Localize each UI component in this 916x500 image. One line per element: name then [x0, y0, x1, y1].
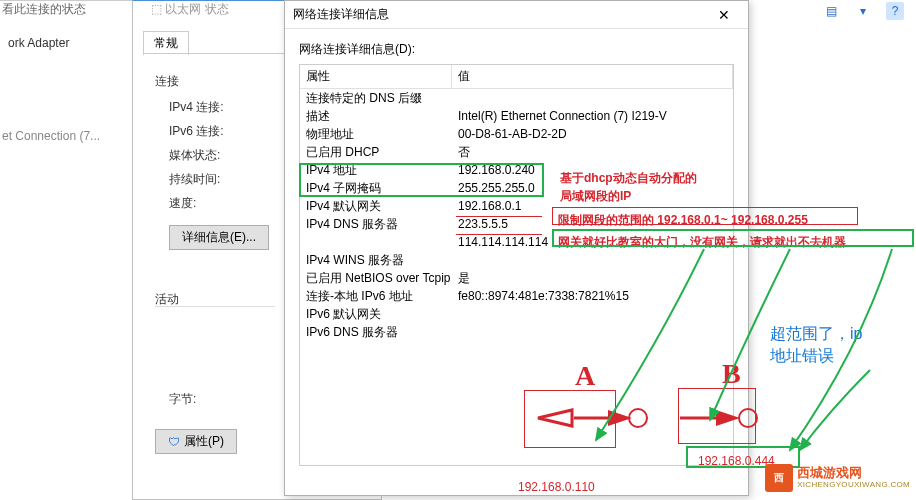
cell-value: 114.114.114.114 [454, 235, 733, 249]
cell-value: 255.255.255.0 [454, 181, 733, 195]
table-row[interactable]: IPv4 WINS 服务器 [300, 251, 733, 269]
connection-label: et Connection (7... [2, 129, 100, 143]
table-row[interactable]: 已启用 NetBIOS over Tcpip是 [300, 269, 733, 287]
table-row[interactable]: IPv4 子网掩码255.255.255.0 [300, 179, 733, 197]
table-row[interactable]: IPv6 默认网关 [300, 305, 733, 323]
annotation-letter-b: B [722, 358, 741, 390]
status-link[interactable]: 看此连接的状态 [2, 1, 86, 18]
cell-value: 223.5.5.5 [454, 217, 733, 231]
cell-property: 连接-本地 IPv6 地址 [300, 288, 454, 305]
watermark: 西 西城游戏网 XICHENGYOUXIWANG.COM [765, 464, 910, 492]
adapter-label: ork Adapter [8, 36, 69, 50]
label-media: 媒体状态: [169, 147, 220, 164]
tab-general[interactable]: 常规 [143, 31, 189, 55]
nav-icon[interactable]: ▾ [854, 2, 872, 20]
cell-property: IPv4 默认网关 [300, 198, 454, 215]
shield-icon: 🛡 [168, 435, 180, 449]
watermark-cn: 西城游戏网 [797, 466, 910, 480]
section-connection: 连接 [155, 73, 179, 90]
table-row[interactable]: 描述Intel(R) Ethernet Connection (7) I219-… [300, 107, 733, 125]
cell-property: IPv4 WINS 服务器 [300, 252, 454, 269]
table-row[interactable]: IPv4 DNS 服务器223.5.5.5 [300, 215, 733, 233]
cell-value: 00-D8-61-AB-D2-2D [454, 127, 733, 141]
cell-property: 已启用 NetBIOS over Tcpip [300, 270, 454, 287]
table-row[interactable]: 连接特定的 DNS 后缀 [300, 89, 733, 107]
table-row[interactable]: IPv4 默认网关192.168.0.1 [300, 197, 733, 215]
label-speed: 速度: [169, 195, 196, 212]
cell-value: fe80::8974:481e:7338:7821%15 [454, 289, 733, 303]
cell-value: Intel(R) Ethernet Connection (7) I219-V [454, 109, 733, 123]
cell-value: 192.168.0.240 [454, 163, 733, 177]
cell-property: IPv6 默认网关 [300, 306, 454, 323]
cell-value: 是 [454, 270, 733, 287]
label-ipv6-conn: IPv6 连接: [169, 123, 224, 140]
window-title-faded: ⬚ 以太网 状态 [151, 1, 229, 18]
dialog-title: 网络连接详细信息 [293, 6, 708, 23]
toolbar-right: ▤ ▾ ? [822, 2, 904, 20]
details-label: 网络连接详细信息(D): [299, 41, 734, 58]
watermark-en: XICHENGYOUXIWANG.COM [797, 481, 910, 490]
annotation-letter-a: A [575, 360, 595, 392]
properties-button[interactable]: 🛡 属性(P) [155, 429, 237, 454]
annotation-outrange-2: 地址错误 [770, 346, 834, 367]
table-row[interactable]: 物理地址00-D8-61-AB-D2-2D [300, 125, 733, 143]
outrange-box [762, 318, 898, 368]
cell-property: IPv4 地址 [300, 162, 454, 179]
cell-property: 物理地址 [300, 126, 454, 143]
details-table: 属性 值 连接特定的 DNS 后缀描述Intel(R) Ethernet Con… [299, 64, 734, 466]
col-value[interactable]: 值 [452, 65, 733, 88]
label-bytes: 字节: [169, 391, 196, 408]
cell-property: IPv6 DNS 服务器 [300, 324, 454, 341]
cell-value: 否 [454, 144, 733, 161]
close-icon[interactable]: ✕ [708, 7, 740, 23]
label-duration: 持续时间: [169, 171, 220, 188]
details-button[interactable]: 详细信息(E)... [169, 225, 269, 250]
cell-property: 连接特定的 DNS 后缀 [300, 90, 454, 107]
annotation-outrange-1: 超范围了，ip [770, 324, 862, 345]
cell-property: 描述 [300, 108, 454, 125]
cell-value: 192.168.0.1 [454, 199, 733, 213]
dialog-titlebar: 网络连接详细信息 ✕ [285, 1, 748, 29]
table-row[interactable]: IPv4 地址192.168.0.240 [300, 161, 733, 179]
view-icon[interactable]: ▤ [822, 2, 840, 20]
col-property[interactable]: 属性 [300, 65, 452, 88]
table-row[interactable]: 114.114.114.114 [300, 233, 733, 251]
help-icon[interactable]: ? [886, 2, 904, 20]
table-row[interactable]: IPv6 DNS 服务器 [300, 323, 733, 341]
table-row[interactable]: 已启用 DHCP否 [300, 143, 733, 161]
label-ipv4-conn: IPv4 连接: [169, 99, 224, 116]
network-details-dialog: 网络连接详细信息 ✕ 网络连接详细信息(D): 属性 值 连接特定的 DNS 后… [284, 0, 749, 496]
cell-property: IPv4 DNS 服务器 [300, 216, 454, 233]
cell-property: IPv4 子网掩码 [300, 180, 454, 197]
watermark-logo-icon: 西 [765, 464, 793, 492]
table-row[interactable]: 连接-本地 IPv6 地址fe80::8974:481e:7338:7821%1… [300, 287, 733, 305]
cell-property: 已启用 DHCP [300, 144, 454, 161]
